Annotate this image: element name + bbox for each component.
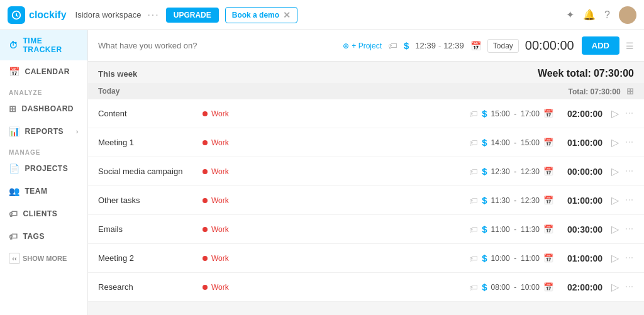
calendar-icon[interactable]: 📅 bbox=[543, 138, 553, 147]
today-badge[interactable]: Today bbox=[487, 39, 519, 53]
file-icon: 📄 bbox=[9, 163, 20, 174]
dollar-icon[interactable]: $ bbox=[482, 108, 487, 119]
more-button[interactable]: ⋮ bbox=[625, 225, 634, 233]
plus-icon: ⊕ bbox=[343, 41, 349, 50]
entry-work-label[interactable]: Work bbox=[211, 109, 229, 118]
entry-time-range: 15:00 - 17:00 bbox=[491, 109, 540, 118]
more-button[interactable]: ⋮ bbox=[625, 109, 634, 118]
tag-icon[interactable]: 🏷 bbox=[469, 109, 478, 119]
tag-icon[interactable]: 🏷 bbox=[469, 196, 478, 206]
tag-icon[interactable]: 🏷 bbox=[469, 167, 478, 177]
tag-icon[interactable]: 🏷 bbox=[469, 224, 478, 235]
more-button[interactable]: ⋮ bbox=[625, 254, 634, 262]
dollar-icon[interactable]: $ bbox=[482, 166, 487, 177]
day-total: Total: 07:30:00 ⊞ bbox=[568, 86, 634, 96]
sidebar-item-label: DASHBOARD bbox=[22, 104, 74, 113]
logo-icon bbox=[8, 6, 25, 24]
week-total: Week total:07:30:00 bbox=[535, 68, 634, 79]
magic-wand-icon[interactable]: ✦ bbox=[566, 9, 574, 21]
play-button[interactable]: ▷ bbox=[611, 252, 619, 264]
calendar-icon[interactable]: 📅 bbox=[543, 167, 553, 176]
calendar-icon[interactable]: 📅 bbox=[543, 253, 553, 263]
book-demo-button[interactable]: Book a demo ✕ bbox=[225, 7, 297, 23]
sidebar-item-label: PROJECTS bbox=[25, 164, 69, 173]
calendar-icon: 📅 bbox=[9, 67, 20, 77]
work-dot bbox=[203, 285, 208, 290]
play-button[interactable]: ▷ bbox=[611, 281, 619, 293]
work-dot bbox=[203, 140, 208, 145]
play-button[interactable]: ▷ bbox=[611, 194, 619, 206]
workspace-name: Isidora workspace bbox=[75, 10, 142, 19]
group-icon[interactable]: ⊞ bbox=[626, 86, 634, 96]
work-dot bbox=[203, 256, 208, 261]
entry-time-range: 10:00 - 11:00 bbox=[491, 254, 540, 263]
dollar-icon[interactable]: $ bbox=[482, 195, 487, 206]
calendar-icon[interactable]: 📅 bbox=[470, 41, 481, 51]
project-button-label: + Project bbox=[352, 41, 382, 50]
dollar-icon[interactable]: $ bbox=[482, 137, 487, 148]
table-row: Other tasks Work 🏷 $ 11:30 - 12:30 📅 01:… bbox=[88, 186, 644, 215]
sidebar-item-label: TIME TRACKER bbox=[23, 36, 79, 54]
entry-work-label[interactable]: Work bbox=[211, 138, 229, 147]
entry-work-label[interactable]: Work bbox=[211, 254, 229, 263]
tag-icon[interactable]: 🏷 bbox=[469, 253, 478, 263]
sidebar-item-calendar[interactable]: 📅 CALENDAR bbox=[0, 60, 87, 83]
play-button[interactable]: ▷ bbox=[611, 136, 619, 148]
calendar-icon[interactable]: 📅 bbox=[543, 109, 553, 118]
sidebar-item-time-tracker[interactable]: ⏱ TIME TRACKER bbox=[0, 30, 87, 60]
workspace-menu-button[interactable]: ··· bbox=[147, 9, 159, 21]
more-button[interactable]: ⋮ bbox=[625, 283, 634, 291]
tag-icon[interactable]: 🏷 bbox=[469, 138, 478, 148]
sidebar-item-reports[interactable]: 📊 REPORTS › bbox=[0, 120, 87, 143]
time-end[interactable]: 12:39 bbox=[443, 41, 464, 50]
more-button[interactable]: ⋮ bbox=[625, 167, 634, 175]
bell-icon[interactable]: 🔔 bbox=[583, 9, 596, 21]
tag-icon[interactable]: 🏷 bbox=[469, 282, 478, 292]
entry-name: Meeting 1 bbox=[98, 138, 199, 147]
calendar-icon[interactable]: 📅 bbox=[543, 196, 553, 205]
manage-section-label: MANAGE bbox=[0, 143, 87, 157]
dollar-icon[interactable]: $ bbox=[482, 282, 487, 292]
sidebar-item-team[interactable]: 👥 TEAM bbox=[0, 180, 87, 202]
entry-duration: 01:00:00 bbox=[557, 253, 602, 263]
description-input[interactable] bbox=[98, 41, 336, 50]
analyze-section-label: ANALYZE bbox=[0, 83, 87, 97]
more-button[interactable]: ⋮ bbox=[625, 138, 634, 146]
play-button[interactable]: ▷ bbox=[611, 165, 619, 177]
sidebar-item-tags[interactable]: 🏷 TAGS bbox=[0, 225, 87, 248]
calendar-icon[interactable]: 📅 bbox=[543, 224, 553, 234]
entry-duration: 01:00:00 bbox=[557, 196, 602, 206]
dollar-icon[interactable]: $ bbox=[482, 253, 487, 263]
entry-work-label[interactable]: Work bbox=[211, 167, 229, 176]
sidebar-item-projects[interactable]: 📄 PROJECTS bbox=[0, 157, 87, 180]
play-button[interactable]: ▷ bbox=[611, 223, 619, 235]
avatar[interactable] bbox=[619, 6, 636, 24]
show-more-button[interactable]: ‹‹ SHOW MORE bbox=[0, 248, 87, 269]
entry-time-range: 11:00 - 11:30 bbox=[491, 225, 540, 234]
week-header: This week Week total:07:30:00 bbox=[88, 62, 644, 83]
entry-work-label[interactable]: Work bbox=[211, 283, 229, 292]
dollar-icon[interactable]: $ bbox=[482, 224, 487, 235]
add-button[interactable]: ADD bbox=[582, 36, 619, 55]
entry-work-label[interactable]: Work bbox=[211, 196, 229, 205]
project-button[interactable]: ⊕ + Project bbox=[343, 41, 382, 50]
entry-name: Other tasks bbox=[98, 196, 199, 205]
entry-work-label[interactable]: Work bbox=[211, 225, 229, 234]
dollar-icon[interactable]: $ bbox=[404, 40, 409, 51]
more-button[interactable]: ⋮ bbox=[625, 196, 634, 204]
tag-icon[interactable]: 🏷 bbox=[388, 40, 397, 51]
entry-name: Social media campaign bbox=[98, 167, 199, 176]
sidebar-item-dashboard[interactable]: ⊞ DASHBOARD bbox=[0, 97, 87, 120]
time-start[interactable]: 12:39 bbox=[415, 41, 436, 50]
help-icon[interactable]: ? bbox=[604, 9, 610, 21]
topnav: clockify Isidora workspace ··· UPGRADE B… bbox=[0, 0, 644, 30]
logo: clockify bbox=[8, 6, 67, 24]
list-icon[interactable]: ☰ bbox=[626, 41, 634, 51]
upgrade-button[interactable]: UPGRADE bbox=[166, 8, 219, 23]
sidebar-item-clients[interactable]: 🏷 CLIENTS bbox=[0, 202, 87, 225]
table-row: Emails Work 🏷 $ 11:00 - 11:30 📅 00:30:00… bbox=[88, 215, 644, 244]
play-button[interactable]: ▷ bbox=[611, 108, 619, 119]
calendar-icon[interactable]: 📅 bbox=[543, 282, 553, 292]
table-row: Research Work 🏷 $ 08:00 - 10:00 📅 02:00:… bbox=[88, 273, 644, 302]
demo-close-icon[interactable]: ✕ bbox=[283, 10, 291, 20]
